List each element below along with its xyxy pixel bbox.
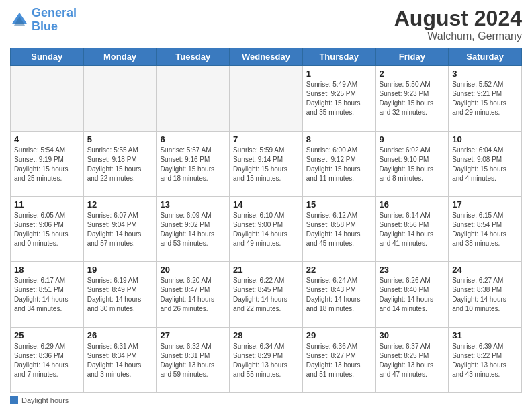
day-info: Sunrise: 6:02 AMSunset: 9:10 PMDaylight:… bbox=[380, 146, 445, 183]
header: General Blue August 2024 Walchum, German… bbox=[10, 7, 522, 42]
day-number: 21 bbox=[233, 265, 299, 275]
day-info: Sunrise: 6:32 AMSunset: 8:31 PMDaylight:… bbox=[160, 342, 226, 379]
calendar-cell: 13Sunrise: 6:09 AMSunset: 9:02 PMDayligh… bbox=[157, 196, 230, 261]
day-info: Sunrise: 6:10 AMSunset: 9:00 PMDaylight:… bbox=[233, 211, 299, 248]
day-info: Sunrise: 6:12 AMSunset: 8:58 PMDaylight:… bbox=[306, 211, 372, 248]
day-number: 23 bbox=[380, 265, 445, 275]
day-number: 14 bbox=[233, 199, 299, 210]
day-info: Sunrise: 6:31 AMSunset: 8:34 PMDaylight:… bbox=[87, 342, 153, 379]
day-info: Sunrise: 6:17 AMSunset: 8:51 PMDaylight:… bbox=[14, 276, 80, 314]
calendar-week-4: 25Sunrise: 6:29 AMSunset: 8:36 PMDayligh… bbox=[11, 327, 522, 392]
day-info: Sunrise: 6:37 AMSunset: 8:25 PMDaylight:… bbox=[380, 342, 445, 379]
day-info: Sunrise: 6:09 AMSunset: 9:02 PMDaylight:… bbox=[160, 211, 226, 248]
calendar-cell: 19Sunrise: 6:19 AMSunset: 8:49 PMDayligh… bbox=[83, 262, 157, 327]
calendar-cell: 31Sunrise: 6:39 AMSunset: 8:22 PMDayligh… bbox=[449, 327, 522, 392]
day-info: Sunrise: 6:22 AMSunset: 8:45 PMDaylight:… bbox=[233, 276, 299, 314]
calendar-cell: 23Sunrise: 6:26 AMSunset: 8:40 PMDayligh… bbox=[375, 262, 449, 327]
day-number: 26 bbox=[87, 330, 153, 340]
month-year: August 2024 bbox=[394, 7, 522, 30]
daylight-icon bbox=[10, 396, 18, 404]
day-number: 24 bbox=[452, 265, 518, 275]
day-number: 30 bbox=[380, 330, 445, 340]
day-info: Sunrise: 6:19 AMSunset: 8:49 PMDaylight:… bbox=[87, 276, 153, 314]
day-number: 13 bbox=[160, 199, 226, 210]
day-info: Sunrise: 6:05 AMSunset: 9:06 PMDaylight:… bbox=[14, 211, 80, 248]
calendar-table: SundayMondayTuesdayWednesdayThursdayFrid… bbox=[10, 48, 522, 393]
day-info: Sunrise: 6:39 AMSunset: 8:22 PMDaylight:… bbox=[452, 342, 518, 379]
day-number: 7 bbox=[233, 134, 299, 144]
calendar-cell: 27Sunrise: 6:32 AMSunset: 8:31 PMDayligh… bbox=[157, 327, 230, 392]
day-info: Sunrise: 6:07 AMSunset: 9:04 PMDaylight:… bbox=[87, 211, 153, 248]
logo: General Blue bbox=[10, 7, 77, 34]
calendar-cell: 28Sunrise: 6:34 AMSunset: 8:29 PMDayligh… bbox=[230, 327, 303, 392]
calendar-header-friday: Friday bbox=[375, 48, 449, 66]
calendar-cell: 26Sunrise: 6:31 AMSunset: 8:34 PMDayligh… bbox=[83, 327, 157, 392]
calendar-cell: 5Sunrise: 5:55 AMSunset: 9:18 PMDaylight… bbox=[83, 131, 157, 196]
day-info: Sunrise: 6:14 AMSunset: 8:56 PMDaylight:… bbox=[380, 211, 445, 248]
calendar-cell: 12Sunrise: 6:07 AMSunset: 9:04 PMDayligh… bbox=[83, 196, 157, 261]
calendar-week-1: 4Sunrise: 5:54 AMSunset: 9:19 PMDaylight… bbox=[11, 131, 522, 196]
calendar-cell: 29Sunrise: 6:36 AMSunset: 8:27 PMDayligh… bbox=[302, 327, 375, 392]
day-number: 27 bbox=[160, 330, 226, 340]
calendar-cell: 2Sunrise: 5:50 AMSunset: 9:23 PMDaylight… bbox=[375, 66, 449, 131]
day-number: 5 bbox=[87, 134, 153, 144]
day-info: Sunrise: 6:26 AMSunset: 8:40 PMDaylight:… bbox=[380, 276, 445, 314]
location: Walchum, Germany bbox=[394, 30, 522, 42]
day-info: Sunrise: 6:29 AMSunset: 8:36 PMDaylight:… bbox=[14, 342, 80, 379]
day-number: 4 bbox=[14, 134, 80, 144]
day-number: 12 bbox=[87, 199, 153, 210]
logo-line2: Blue bbox=[32, 19, 58, 33]
calendar-cell: 7Sunrise: 5:59 AMSunset: 9:14 PMDaylight… bbox=[230, 131, 303, 196]
calendar-header-tuesday: Tuesday bbox=[157, 48, 230, 66]
day-number: 28 bbox=[233, 330, 299, 340]
calendar-cell: 14Sunrise: 6:10 AMSunset: 9:00 PMDayligh… bbox=[230, 196, 303, 261]
day-number: 8 bbox=[306, 134, 372, 144]
calendar-cell: 17Sunrise: 6:15 AMSunset: 8:54 PMDayligh… bbox=[449, 196, 522, 261]
day-info: Sunrise: 6:34 AMSunset: 8:29 PMDaylight:… bbox=[233, 342, 299, 379]
calendar-cell: 30Sunrise: 6:37 AMSunset: 8:25 PMDayligh… bbox=[375, 327, 449, 392]
day-number: 9 bbox=[380, 134, 445, 144]
day-number: 6 bbox=[160, 134, 226, 144]
calendar-week-0: 1Sunrise: 5:49 AMSunset: 9:25 PMDaylight… bbox=[11, 66, 522, 131]
calendar-header-sunday: Sunday bbox=[11, 48, 84, 66]
calendar-cell bbox=[157, 66, 230, 131]
day-number: 17 bbox=[452, 199, 518, 210]
day-info: Sunrise: 6:00 AMSunset: 9:12 PMDaylight:… bbox=[306, 146, 372, 183]
day-info: Sunrise: 6:36 AMSunset: 8:27 PMDaylight:… bbox=[306, 342, 372, 379]
calendar-header-wednesday: Wednesday bbox=[230, 48, 303, 66]
title-area: August 2024 Walchum, Germany bbox=[394, 7, 522, 42]
logo-line1: General bbox=[32, 6, 77, 19]
day-info: Sunrise: 5:50 AMSunset: 9:23 PMDaylight:… bbox=[380, 80, 445, 118]
day-number: 3 bbox=[452, 68, 518, 79]
calendar-cell: 1Sunrise: 5:49 AMSunset: 9:25 PMDaylight… bbox=[302, 66, 375, 131]
calendar-cell bbox=[11, 66, 84, 131]
calendar-cell: 24Sunrise: 6:27 AMSunset: 8:38 PMDayligh… bbox=[449, 262, 522, 327]
calendar-cell: 8Sunrise: 6:00 AMSunset: 9:12 PMDaylight… bbox=[302, 131, 375, 196]
day-info: Sunrise: 5:55 AMSunset: 9:18 PMDaylight:… bbox=[87, 146, 153, 183]
day-number: 31 bbox=[452, 330, 518, 340]
day-number: 29 bbox=[306, 330, 372, 340]
calendar-cell: 22Sunrise: 6:24 AMSunset: 8:43 PMDayligh… bbox=[302, 262, 375, 327]
calendar-cell bbox=[230, 66, 303, 131]
day-info: Sunrise: 5:59 AMSunset: 9:14 PMDaylight:… bbox=[233, 146, 299, 183]
day-info: Sunrise: 6:24 AMSunset: 8:43 PMDaylight:… bbox=[306, 276, 372, 314]
logo-text: General Blue bbox=[32, 7, 77, 34]
calendar-cell bbox=[83, 66, 157, 131]
calendar-cell: 18Sunrise: 6:17 AMSunset: 8:51 PMDayligh… bbox=[11, 262, 84, 327]
day-number: 22 bbox=[306, 265, 372, 275]
calendar-week-2: 11Sunrise: 6:05 AMSunset: 9:06 PMDayligh… bbox=[11, 196, 522, 261]
day-number: 11 bbox=[14, 199, 80, 210]
calendar-cell: 15Sunrise: 6:12 AMSunset: 8:58 PMDayligh… bbox=[302, 196, 375, 261]
day-number: 19 bbox=[87, 265, 153, 275]
logo-icon bbox=[10, 11, 29, 30]
calendar-cell: 25Sunrise: 6:29 AMSunset: 8:36 PMDayligh… bbox=[11, 327, 84, 392]
day-info: Sunrise: 5:57 AMSunset: 9:16 PMDaylight:… bbox=[160, 146, 226, 183]
day-number: 10 bbox=[452, 134, 518, 144]
day-number: 20 bbox=[160, 265, 226, 275]
footer: Daylight hours bbox=[10, 396, 522, 404]
calendar-header-thursday: Thursday bbox=[302, 48, 375, 66]
calendar-header-row: SundayMondayTuesdayWednesdayThursdayFrid… bbox=[11, 48, 522, 66]
day-number: 18 bbox=[14, 265, 80, 275]
calendar-header-saturday: Saturday bbox=[449, 48, 522, 66]
day-info: Sunrise: 5:52 AMSunset: 9:21 PMDaylight:… bbox=[452, 80, 518, 118]
